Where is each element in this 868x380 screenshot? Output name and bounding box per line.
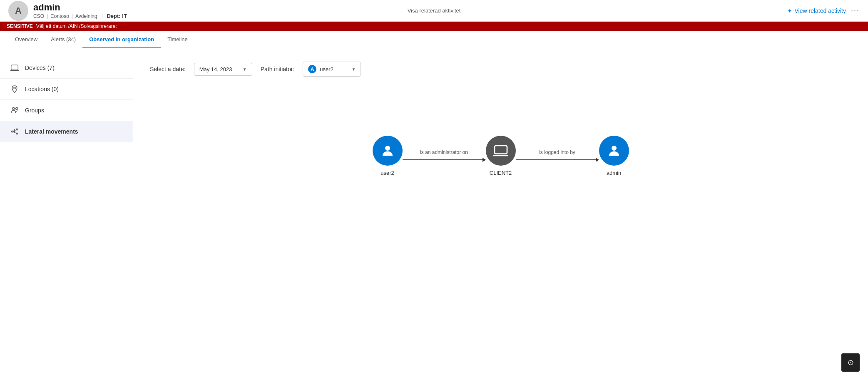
- sidebar-devices-label: Devices (7): [25, 65, 55, 71]
- chevron-down-icon-user: ▼: [351, 67, 356, 72]
- svg-point-3: [16, 107, 18, 109]
- sidebar-item-locations[interactable]: Locations (0): [0, 79, 133, 100]
- laptop-icon: [10, 63, 19, 72]
- svg-rect-0: [11, 65, 18, 70]
- svg-point-6: [16, 133, 17, 134]
- date-dropdown[interactable]: May 14, 2023 ▼: [194, 63, 252, 76]
- admin-name: admin: [33, 2, 127, 13]
- user-dot: A: [308, 65, 316, 73]
- sensitivity-info: Välj ett datum /AIN /Solvagsinrerare:: [36, 23, 117, 29]
- graph-edge-2: is logged into by: [516, 149, 599, 162]
- graph-node-user2: user2: [373, 136, 403, 176]
- user2-node-circle: [373, 136, 403, 166]
- main-layout: Devices (7) Locations (0) Groups: [0, 49, 868, 378]
- avatar: A: [8, 1, 28, 21]
- sensitivity-label: SENSITIVE: [7, 23, 33, 29]
- admin-node-circle: [599, 136, 629, 166]
- edge2-label: is logged into by: [539, 149, 575, 155]
- user2-label: user2: [381, 170, 394, 176]
- sidebar-item-devices[interactable]: Devices (7): [0, 57, 133, 79]
- sidebar-item-lateral[interactable]: Lateral movements: [0, 121, 133, 142]
- lateral-icon: [10, 127, 19, 136]
- sidebar-locations-label: Locations (0): [25, 86, 59, 92]
- sidebar-item-groups[interactable]: Groups: [0, 100, 133, 121]
- help-button[interactable]: ⊙: [841, 353, 860, 372]
- sidebar-groups-label: Groups: [25, 107, 44, 114]
- top-bar-right: ✦ View related activity ···: [787, 6, 860, 15]
- top-bar: A admin CSO | Contoso | Avdelning Dept: …: [0, 0, 868, 22]
- svg-point-1: [14, 87, 15, 89]
- group-icon: [10, 106, 19, 115]
- graph-edge-1: is an administrator on: [403, 149, 486, 162]
- client2-node-circle: [486, 136, 516, 166]
- chevron-down-icon: ▼: [243, 67, 247, 72]
- dept-badge: Dept: IT: [102, 13, 127, 19]
- view-related-label: View related activity: [795, 7, 846, 14]
- tab-overview[interactable]: Overview: [8, 31, 44, 48]
- edge1-label: is an administrator on: [420, 149, 468, 155]
- lateral-movement-graph: user2 is an administrator on CLIEN: [150, 93, 851, 218]
- tab-alerts[interactable]: Alerts (34): [44, 31, 82, 48]
- nav-tabs-row: Overview Alerts (34) Observed in organiz…: [0, 31, 868, 49]
- svg-point-9: [612, 146, 617, 151]
- sensitivity-banner: SENSITIVE Välj ett datum /AIN /Solvagsin…: [0, 22, 868, 31]
- center-text: Visa relaterad aktivitet: [408, 7, 461, 14]
- user-dropdown[interactable]: A user2 ▼: [303, 62, 361, 77]
- sidebar: Devices (7) Locations (0) Groups: [0, 49, 133, 378]
- sidebar-lateral-label: Lateral movements: [25, 128, 78, 135]
- view-related-button[interactable]: ✦ View related activity: [787, 7, 846, 14]
- svg-point-4: [12, 131, 13, 132]
- svg-rect-8: [495, 146, 507, 154]
- more-options-button[interactable]: ···: [851, 6, 860, 15]
- filters-row: Select a date: May 14, 2023 ▼ Path initi…: [150, 62, 851, 77]
- date-label: Select a date:: [150, 66, 186, 72]
- top-bar-left: A admin CSO | Contoso | Avdelning Dept: …: [8, 1, 127, 21]
- admin-info: admin CSO | Contoso | Avdelning Dept: IT: [33, 2, 127, 19]
- svg-point-5: [16, 129, 17, 130]
- view-related-icon: ✦: [787, 7, 792, 14]
- location-icon: [10, 84, 19, 94]
- graph-node-admin: admin: [599, 136, 629, 176]
- tab-observed[interactable]: Observed in organization: [82, 31, 161, 48]
- svg-point-2: [12, 107, 15, 109]
- admin-label: admin: [607, 170, 621, 176]
- tab-timeline[interactable]: Timeline: [161, 31, 194, 48]
- svg-point-7: [385, 146, 390, 151]
- breadcrumb: CSO | Contoso | Avdelning Dept: IT: [33, 13, 127, 19]
- user-value: user2: [320, 66, 333, 72]
- content-area: Select a date: May 14, 2023 ▼ Path initi…: [133, 49, 868, 378]
- client2-label: CLIENT2: [490, 170, 512, 176]
- date-value: May 14, 2023: [199, 66, 232, 72]
- path-label: Path initiator:: [261, 66, 295, 72]
- graph-node-client2: CLIENT2: [486, 136, 516, 176]
- help-icon: ⊙: [848, 358, 854, 367]
